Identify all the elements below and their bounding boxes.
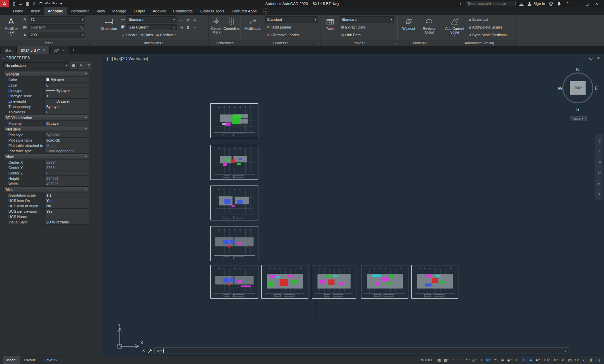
file-tab-start[interactable]: Start xyxy=(1,46,17,54)
ribbon-tab-manage[interactable]: Manage xyxy=(109,7,130,15)
section-header-3d-visualization[interactable]: 3D Visualization▾ xyxy=(3,115,89,120)
multileader-button[interactable]: Multileader xyxy=(243,16,263,40)
remove-leader-button[interactable]: ↗ ✕ Remove Leader xyxy=(265,32,300,38)
command-customize-icon[interactable] xyxy=(147,348,152,353)
property-value[interactable]: 2D Wireframe xyxy=(44,219,89,225)
lock-ui-icon[interactable]: ⊖▾ xyxy=(574,357,580,363)
cart-icon[interactable] xyxy=(548,1,553,6)
linear-dimension-button[interactable]: ↔ Linear ▾ xyxy=(120,32,138,38)
viewcube-south[interactable]: S xyxy=(558,106,598,112)
minimize-button[interactable]: — xyxy=(573,2,583,6)
sync-scale-positions-button[interactable]: ⊿ Sync Scale Positions xyxy=(467,32,508,38)
property-value[interactable]: 1:1 xyxy=(44,193,89,198)
command-close-icon[interactable]: ✕ xyxy=(142,349,145,353)
centerline-button[interactable]: Centerline xyxy=(224,16,239,40)
maximize-button[interactable]: ▢ xyxy=(583,2,592,6)
close-button[interactable]: ✕ xyxy=(592,2,601,6)
new-drawing-tab-button[interactable]: + xyxy=(69,46,78,54)
layout-tab-model[interactable]: Model xyxy=(3,356,20,364)
toggle-pickadd-icon[interactable]: ⊞ xyxy=(70,62,77,69)
add-delete-scales-button[interactable]: ⊿ Add/Delete Scales xyxy=(467,24,504,31)
dialog-launcher-icon[interactable]: ↘ xyxy=(317,42,319,45)
navbar-menu-icon[interactable]: ▾ xyxy=(598,192,601,196)
navbar-orbit-icon[interactable]: ↻ xyxy=(598,170,601,175)
drawing-thumbnail-1[interactable] xyxy=(210,103,258,138)
selection-cycling-icon[interactable]: ▣ xyxy=(499,357,506,363)
drawing-thumbnail-5[interactable] xyxy=(210,265,258,299)
link-data-button[interactable]: ▤ Link Data xyxy=(340,32,362,38)
annotation-scale-button[interactable]: 1:1▾ xyxy=(542,357,552,363)
auto-scale-icon[interactable]: A⁺ xyxy=(535,357,541,363)
dimension-layer-select[interactable]: Use Current ▾ xyxy=(127,24,177,30)
notifications-icon[interactable] xyxy=(556,1,562,6)
viewport-close-icon[interactable]: ✕ xyxy=(597,56,600,60)
3d-object-snap-icon[interactable]: ◈▾ xyxy=(506,357,513,363)
properties-palette-header[interactable]: ∷ PROPERTIES xyxy=(0,54,102,61)
drawing-thumbnail-7[interactable] xyxy=(312,265,356,299)
panel-label-annotation-scaling[interactable]: Annotation Scaling xyxy=(442,40,516,46)
viewcube-east[interactable]: E xyxy=(595,85,598,91)
property-value[interactable]: Yes xyxy=(44,198,89,203)
plot-icon[interactable]: ⊟ xyxy=(38,1,44,7)
layout-tab-layout2[interactable]: Layout2 xyxy=(41,356,61,364)
open-drawing-icon[interactable]: ▱ xyxy=(18,1,24,7)
annotation-visibility-icon[interactable]: A xyxy=(527,357,534,363)
ribbon-tab-parametric[interactable]: Parametric xyxy=(67,7,93,15)
find-magnifier-icon[interactable] xyxy=(80,25,83,29)
panel-label-dimensions[interactable]: Dimensions▾ ↘ xyxy=(97,40,208,46)
section-header-view[interactable]: View▾ xyxy=(3,154,89,159)
dynamic-input-icon[interactable]: ⌖ xyxy=(520,357,527,363)
multileader-style-select[interactable]: Standard ▾ xyxy=(265,16,318,22)
dim-update-icon[interactable]: ⇅ xyxy=(185,24,191,31)
viewport-view-control[interactable]: [Top] xyxy=(112,56,121,61)
ribbon-tab-view[interactable]: View xyxy=(93,7,109,15)
quick-properties-icon[interactable]: ▤ xyxy=(567,357,573,363)
annotation-monitor-icon[interactable]: ⊘ xyxy=(560,357,566,363)
quick-dimension-button[interactable]: ⇉ Quick xyxy=(139,32,154,38)
find-text-input[interactable] xyxy=(31,25,79,30)
panel-label-tables[interactable]: Tables▾ ↘ xyxy=(321,40,398,46)
extract-data-button[interactable]: ▤ Extract Data xyxy=(340,24,366,31)
section-header-plot-style[interactable]: Plot style▾ xyxy=(3,126,89,132)
navbar-showmotion-icon[interactable]: ▸ xyxy=(598,181,601,186)
navbar-zoom-icon[interactable]: ⊕ xyxy=(598,160,601,164)
snap-mode-icon[interactable]: ▩▾ xyxy=(443,357,449,363)
save-as-icon[interactable]: ⇩ xyxy=(31,1,37,7)
table-style-select[interactable]: Standard ▾ xyxy=(340,16,394,22)
add-current-scale-button[interactable]: Add Current Scale ▾ xyxy=(444,16,465,40)
ribbon-tab-insert[interactable]: Insert xyxy=(27,7,44,15)
drawing-thumbnail-9[interactable] xyxy=(411,265,458,299)
ribbon-display-toggle[interactable]: ▾ xyxy=(263,8,268,14)
clean-screen-icon[interactable]: ▢ xyxy=(595,357,601,363)
section-header-general[interactable]: General▾ xyxy=(3,71,89,77)
center-mark-button[interactable]: Center Mark xyxy=(210,16,222,40)
dim-jog-line-icon[interactable]: ∿ xyxy=(192,17,198,23)
property-value[interactable]: 0 xyxy=(44,83,89,88)
wipeout-button[interactable]: Wipeout xyxy=(400,16,418,40)
dimension-button[interactable]: Dimension xyxy=(99,16,118,40)
undo-icon[interactable]: ↶▾ xyxy=(45,1,51,7)
text-height-select[interactable]: 200 ▾ xyxy=(29,32,85,38)
dialog-launcher-icon[interactable]: ↘ xyxy=(394,42,397,45)
panel-label-text[interactable]: Text▾ ↘ xyxy=(0,40,97,46)
recent-commands-icon[interactable]: ▭ ▾ xyxy=(157,349,162,352)
viewport-maximize-icon[interactable]: ▢ xyxy=(589,56,592,60)
dim-reassociate-icon[interactable]: ≈ xyxy=(192,24,198,31)
multiline-text-button[interactable]: A Multiline Text ▾ xyxy=(2,16,20,40)
section-header-misc[interactable]: Misc▾ xyxy=(3,187,89,192)
layout-tab-layout1[interactable]: Layout1 xyxy=(20,356,41,364)
workspace-switching-icon[interactable]: ⚙▾ xyxy=(553,357,559,363)
property-value[interactable]: No xyxy=(44,203,89,209)
viewcube-north[interactable]: N xyxy=(558,66,598,72)
table-button[interactable]: Table xyxy=(322,16,338,40)
viewcube-top-face[interactable]: TOP xyxy=(570,81,586,95)
graphics-performance-icon[interactable]: ⚡ xyxy=(588,357,594,363)
dim-break-icon[interactable]: ⊢ xyxy=(178,17,184,23)
revision-cloud-button[interactable]: Revision Cloud xyxy=(419,16,440,40)
polar-tracking-icon[interactable]: ∠▾ xyxy=(464,357,470,363)
help-icon[interactable]: ? xyxy=(565,1,570,6)
navbar-wheel-icon[interactable]: ◎ xyxy=(597,138,601,143)
drawing-thumbnail-4[interactable] xyxy=(210,226,258,261)
drawing-thumbnail-8[interactable] xyxy=(361,265,408,299)
ribbon-tab-express-tools[interactable]: Express Tools xyxy=(197,7,228,15)
